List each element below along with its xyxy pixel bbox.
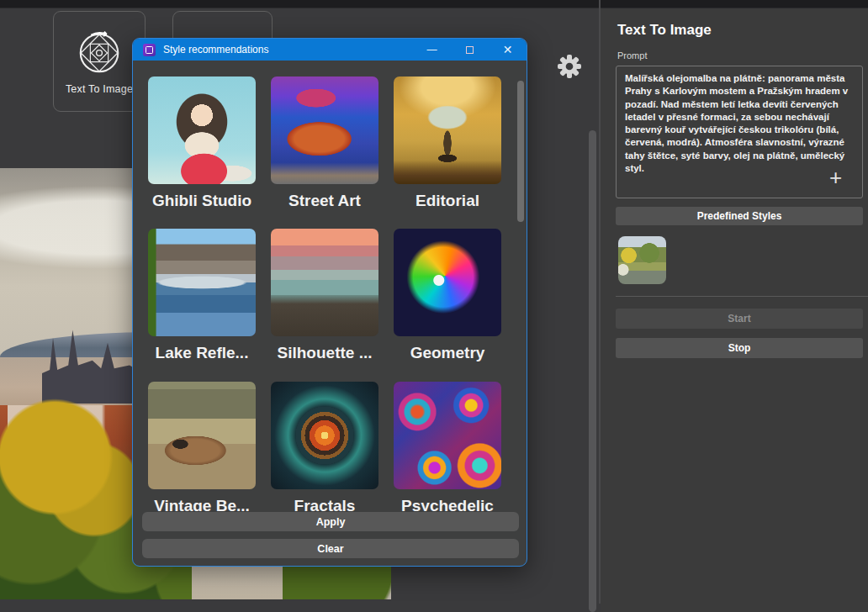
style-option-street-art[interactable]: Street Art	[271, 76, 378, 210]
maximize-button[interactable]	[451, 39, 489, 61]
dialog-app-icon	[143, 44, 156, 56]
style-label: Psychedelic	[401, 497, 494, 511]
add-icon[interactable]: +	[829, 166, 842, 188]
style-option-editorial[interactable]: Editorial	[394, 76, 501, 210]
prompt-label: Prompt	[617, 50, 647, 61]
style-label: Ghibli Studio	[152, 192, 251, 210]
style-thumbnail[interactable]	[148, 229, 256, 336]
node-label: Text To Image	[66, 83, 133, 95]
text-to-image-panel: Text To Image Prompt Malířská olejomalba…	[601, 8, 868, 612]
dialog-titlebar[interactable]: Style recommendations — ✕	[133, 39, 527, 61]
close-button[interactable]: ✕	[489, 39, 527, 61]
predefined-styles-button[interactable]: Predefined Styles	[616, 207, 863, 225]
style-label: Editorial	[415, 192, 479, 210]
stop-button[interactable]: Stop	[616, 338, 863, 358]
dialog-title: Style recommendations	[163, 44, 268, 55]
style-option-ghibli-studio[interactable]: Ghibli Studio	[148, 76, 256, 210]
style-option-vintage-beetle[interactable]: Vintage Be...	[148, 382, 256, 511]
style-option-lake-reflection[interactable]: Lake Refle...	[148, 229, 256, 362]
style-thumbnail[interactable]	[394, 382, 501, 489]
clear-button[interactable]: Clear	[142, 539, 519, 558]
style-label: Silhouette ...	[278, 344, 373, 362]
canvas-scrollbar[interactable]	[589, 130, 596, 612]
style-label: Fractals	[294, 497, 356, 511]
apply-button[interactable]: Apply	[142, 512, 519, 531]
style-thumbnail[interactable]	[148, 76, 256, 184]
style-thumbnail[interactable]	[394, 229, 501, 336]
selected-style-thumbnail[interactable]	[618, 236, 666, 284]
styles-scroll-area[interactable]: Ghibli Studio Street Art Editorial Lake …	[133, 61, 527, 511]
style-thumbnail[interactable]	[271, 382, 378, 489]
maximize-icon	[466, 46, 474, 54]
start-button[interactable]: Start	[616, 309, 863, 329]
panel-title: Text To Image	[617, 22, 712, 39]
style-option-geometry[interactable]: Geometry	[394, 229, 501, 362]
style-recommendations-dialog: Style recommendations — ✕ Ghibli Studio …	[132, 38, 527, 567]
style-option-fractals[interactable]: Fractals	[271, 382, 378, 511]
style-thumbnail[interactable]	[148, 382, 256, 489]
style-thumbnail[interactable]	[271, 76, 378, 184]
style-thumbnail[interactable]	[271, 229, 378, 336]
top-window-bar	[0, 0, 868, 8]
style-option-silhouette[interactable]: Silhouette ...	[271, 229, 378, 362]
prompt-input[interactable]: Malířská olejomalba na plátně: panorama …	[616, 66, 863, 198]
style-label: Street Art	[288, 192, 361, 210]
dialog-scrollbar[interactable]	[517, 81, 524, 222]
style-label: Vintage Be...	[154, 497, 250, 511]
settings-gear-icon[interactable]	[556, 53, 583, 80]
minimize-button[interactable]: —	[413, 39, 451, 61]
mandala-node-icon	[75, 28, 124, 76]
style-label: Lake Refle...	[156, 344, 249, 362]
style-label: Geometry	[410, 344, 485, 362]
panel-divider-line	[616, 296, 868, 297]
style-thumbnail[interactable]	[394, 76, 501, 184]
style-option-psychedelic[interactable]: Psychedelic	[394, 382, 501, 511]
